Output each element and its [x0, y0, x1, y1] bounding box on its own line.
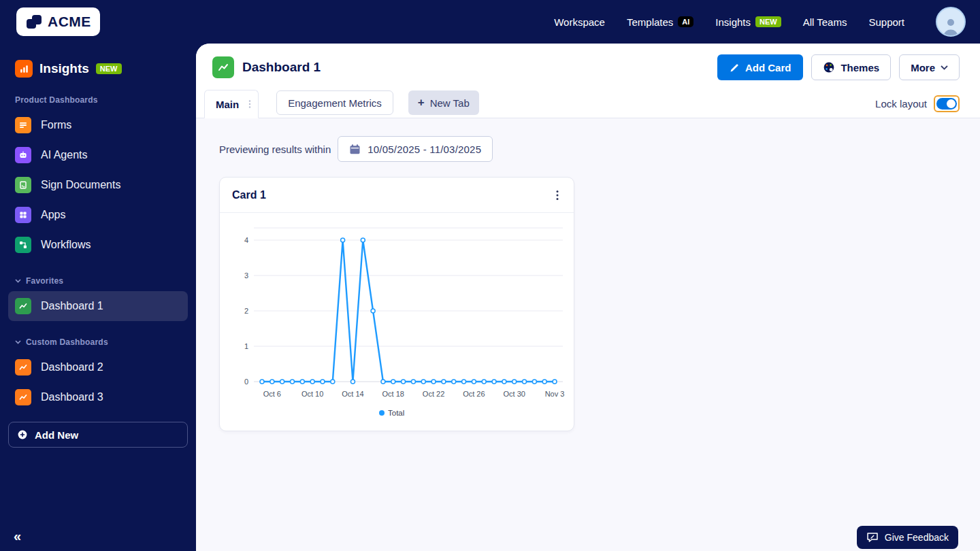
sidebar-item-sign-documents[interactable]: Sign Documents [8, 170, 188, 200]
card-menu-kebab-icon[interactable] [553, 187, 561, 203]
themes-label: Themes [840, 62, 879, 73]
svg-text:Total: Total [388, 409, 404, 417]
sidebar-item-workflows[interactable]: Workflows [8, 230, 188, 260]
pencil-icon [730, 63, 740, 73]
add-card-button[interactable]: Add Card [717, 54, 804, 80]
nav-insights[interactable]: Insights NEW [715, 16, 781, 28]
sidebar-item-apps[interactable]: Apps [8, 200, 188, 230]
avatar[interactable] [936, 7, 966, 37]
tab-main-label: Main [216, 99, 239, 110]
svg-text:2: 2 [244, 307, 248, 315]
date-range-picker[interactable]: 10/05/2025 - 11/03/2025 [338, 136, 493, 162]
sidebar-item-label: Dashboard 2 [41, 361, 103, 373]
svg-text:0: 0 [244, 378, 248, 386]
lock-layout-control: Lock layout [875, 95, 960, 112]
top-header: ACME Workspace Templates AI Insights NEW… [0, 0, 980, 44]
toggle-knob [947, 99, 956, 108]
card-1: Card 1 01234Oct 6Oct 10Oct 14Oct 18Oct 2… [219, 177, 574, 431]
date-range-value: 10/05/2025 - 11/03/2025 [368, 144, 481, 155]
nav-insights-label: Insights [715, 16, 751, 28]
svg-text:Oct 18: Oct 18 [382, 390, 404, 398]
svg-text:3: 3 [244, 271, 248, 280]
acme-logo-icon [25, 13, 43, 31]
sign-documents-icon [15, 177, 31, 193]
preview-label: Previewing results within [219, 144, 331, 155]
tab-engagement-metrics[interactable]: Engagement Metrics [276, 90, 393, 115]
forms-icon [15, 117, 31, 133]
dashboard-header: Dashboard 1 Add Card The [196, 44, 980, 118]
dashboard-title-icon [212, 56, 234, 78]
add-card-label: Add Card [745, 62, 791, 73]
sidebar-item-label: AI Agents [41, 149, 88, 161]
lock-layout-label: Lock layout [875, 98, 927, 110]
palette-icon [823, 61, 835, 73]
top-nav: Workspace Templates AI Insights NEW All … [554, 7, 966, 37]
acme-logo-text: ACME [48, 14, 91, 30]
section-product-dashboards: Product Dashboards [8, 95, 188, 105]
give-feedback-button[interactable]: Give Feedback [857, 526, 958, 549]
plus-circle-icon [17, 429, 28, 440]
nav-support[interactable]: Support [868, 16, 904, 28]
svg-text:Oct 26: Oct 26 [463, 390, 485, 398]
themes-button[interactable]: Themes [811, 54, 891, 80]
nav-workspace-label: Workspace [554, 16, 605, 28]
card-title: Card 1 [232, 189, 266, 201]
give-feedback-label: Give Feedback [885, 532, 949, 543]
chevron-down-icon [15, 279, 21, 283]
dashboard-icon [15, 359, 31, 375]
nav-workspace[interactable]: Workspace [554, 16, 605, 28]
nav-all-teams-label: All Teams [803, 16, 847, 28]
tabs-bar: Main Engagement Metrics + New Tab Lock l… [196, 90, 980, 118]
lock-layout-toggle[interactable] [936, 98, 957, 110]
acme-logo[interactable]: ACME [16, 7, 100, 36]
more-label: More [911, 62, 935, 73]
page-title: Dashboard 1 [242, 60, 321, 75]
section-custom-dashboards[interactable]: Custom Dashboards [8, 337, 188, 347]
nav-all-teams[interactable]: All Teams [803, 16, 847, 28]
collapse-sidebar-icon[interactable]: « [14, 529, 21, 544]
apps-icon [15, 207, 31, 223]
sidebar-item-label: Dashboard 1 [41, 300, 103, 312]
sidebar-item-forms[interactable]: Forms [8, 110, 188, 140]
sidebar-item-dashboard-3[interactable]: Dashboard 3 [8, 382, 188, 412]
nav-templates-label: Templates [627, 16, 673, 28]
sidebar-item-dashboard-1[interactable]: Dashboard 1 [8, 291, 188, 321]
sidebar-item-label: Sign Documents [41, 179, 120, 191]
nav-templates[interactable]: Templates AI [627, 16, 693, 28]
chevron-down-icon [15, 340, 21, 344]
more-button[interactable]: More [899, 54, 960, 80]
ai-agents-icon [15, 147, 31, 163]
sidebar-item-dashboard-2[interactable]: Dashboard 2 [8, 352, 188, 382]
ai-badge: AI [678, 16, 693, 27]
add-new-button[interactable]: Add New [8, 422, 188, 448]
tab-main[interactable]: Main [204, 90, 259, 118]
dashboard-icon [15, 389, 31, 405]
sidebar-item-label: Workflows [41, 239, 91, 251]
feedback-chat-icon [866, 532, 879, 543]
new-badge: NEW [755, 16, 781, 27]
dashboard-body: Previewing results within 10/05/2025 - 1… [196, 118, 980, 551]
section-favorites-label: Favorites [26, 276, 63, 286]
section-custom-label: Custom Dashboards [26, 337, 108, 347]
sidebar-item-ai-agents[interactable]: AI Agents [8, 140, 188, 170]
sidebar-item-label: Apps [41, 209, 65, 221]
svg-text:Oct 10: Oct 10 [301, 390, 323, 398]
caret-down-icon [941, 65, 948, 70]
sidebar-app-title: Insights [39, 61, 89, 76]
line-chart: 01234Oct 6Oct 10Oct 14Oct 18Oct 22Oct 26… [227, 218, 567, 422]
svg-text:Oct 14: Oct 14 [342, 390, 363, 398]
drag-handle-icon[interactable] [248, 99, 251, 109]
section-product-label: Product Dashboards [15, 95, 98, 105]
new-tab-button[interactable]: + New Tab [408, 90, 479, 115]
sidebar-app-header[interactable]: Insights NEW [8, 60, 188, 78]
svg-text:4: 4 [244, 236, 248, 244]
dashboard-icon [15, 298, 31, 314]
plus-icon: + [418, 96, 425, 110]
insights-app-icon [15, 60, 33, 78]
person-icon [941, 15, 961, 35]
svg-text:Oct 6: Oct 6 [263, 390, 281, 398]
sidebar-item-label: Dashboard 3 [41, 391, 103, 403]
section-favorites[interactable]: Favorites [8, 276, 188, 286]
workflows-icon [15, 237, 31, 253]
sidebar-item-label: Forms [41, 119, 71, 131]
